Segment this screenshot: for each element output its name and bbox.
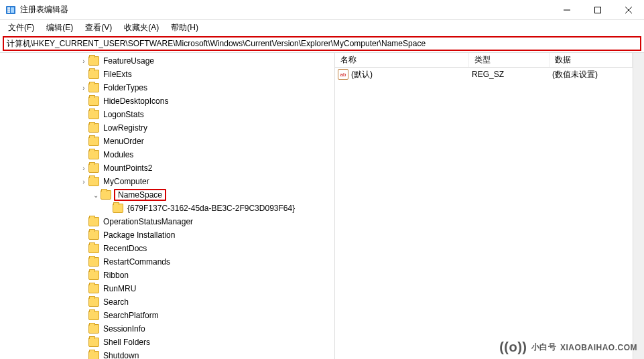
tree-node-restartcommands[interactable]: RestartCommands [0, 255, 334, 269]
tree-node-ribbon[interactable]: Ribbon [0, 269, 334, 282]
column-type[interactable]: 类型 [469, 53, 550, 67]
column-data[interactable]: 数据 [550, 53, 633, 67]
tree-node-lowregistry[interactable]: LowRegistry [0, 121, 334, 135]
folder-icon [88, 351, 99, 359]
menu-favorites[interactable]: 收藏夹(A) [119, 21, 164, 35]
tree-label: FolderTypes [102, 83, 149, 92]
tree-label: Package Installation [102, 230, 176, 240]
tree-label: RestartCommands [102, 257, 172, 267]
tree-pane[interactable]: ›FeatureUsageFileExts›FolderTypesHideDes… [0, 53, 335, 359]
tree-label: MyComputer [102, 177, 151, 186]
tree-node-packageinstallation[interactable]: Package Installation [0, 228, 334, 242]
menu-edit[interactable]: 编辑(E) [41, 21, 78, 35]
tree-node-foldertypes[interactable]: ›FolderTypes [0, 81, 334, 94]
menubar: 文件(F) 编辑(E) 查看(V) 收藏夹(A) 帮助(H) [0, 20, 644, 35]
tree-node-mountpoints2[interactable]: ›MountPoints2 [0, 161, 334, 175]
tree-label: OperationStatusManager [102, 217, 194, 226]
tree-label: FileExts [102, 70, 133, 79]
tree-label: Search [102, 297, 130, 307]
tree-node-runmru[interactable]: RunMRU [0, 282, 334, 295]
svg-rect-6 [595, 7, 601, 13]
tree-label: SearchPlatform [102, 311, 160, 320]
tree-node-fileexts[interactable]: FileExts [0, 68, 334, 81]
titlebar: 注册表编辑器 [0, 0, 644, 20]
folder-icon [88, 217, 99, 226]
maximize-button[interactable] [582, 0, 613, 20]
content-area: ›FeatureUsageFileExts›FolderTypesHideDes… [0, 52, 644, 359]
folder-icon [88, 271, 99, 280]
tree-label: SessionInfo [102, 324, 147, 334]
tree-label: LowRegistry [102, 123, 149, 133]
tree-node-hidedesktopicons[interactable]: HideDesktopIcons [0, 94, 334, 108]
value-data: (数值未设置) [552, 69, 633, 80]
folder-icon [88, 137, 99, 146]
folder-icon [88, 338, 99, 347]
folder-icon [88, 297, 99, 307]
minimize-button[interactable] [552, 0, 582, 20]
menu-file[interactable]: 文件(F) [3, 21, 40, 35]
folder-icon [88, 324, 99, 334]
tree-label: RunMRU [102, 284, 137, 293]
tree-node-shutdown[interactable]: Shutdown [0, 349, 334, 359]
folder-icon [88, 96, 99, 106]
tree-label: FeatureUsage [102, 56, 155, 66]
tree-label: Ribbon [102, 271, 130, 280]
expander-icon[interactable]: › [79, 165, 88, 172]
window-controls [552, 0, 644, 20]
folder-icon [88, 110, 99, 119]
value-type: REG_SZ [472, 70, 552, 79]
folder-icon [88, 244, 99, 253]
tree-node-sessioninfo[interactable]: SessionInfo [0, 322, 334, 336]
svg-rect-3 [7, 11, 10, 13]
folder-icon [88, 284, 99, 293]
tree-node-namespace[interactable]: ⌄NameSpace [0, 188, 334, 202]
folder-icon [88, 83, 99, 92]
folder-icon [88, 70, 99, 79]
tree-node-searchplatform[interactable]: SearchPlatform [0, 309, 334, 322]
address-bar[interactable]: 计算机\HKEY_CURRENT_USER\SOFTWARE\Microsoft… [3, 36, 641, 51]
window-title: 注册表编辑器 [20, 4, 552, 15]
tree-label: LogonStats [102, 110, 145, 119]
tree-node-679f137c316245dabe3c2f9c3d093f64[interactable]: {679F137C-3162-45da-BE3C-2F9C3D093F64} [0, 202, 334, 215]
tree-label: Modules [102, 150, 135, 159]
tree-node-shellfolders[interactable]: Shell Folders [0, 336, 334, 349]
vertical-scrollbar[interactable] [633, 53, 644, 359]
tree-label: NameSpace [114, 189, 166, 201]
tree-node-recentdocs[interactable]: RecentDocs [0, 242, 334, 255]
expander-icon[interactable]: ⌄ [91, 192, 101, 199]
svg-rect-2 [7, 9, 10, 11]
expander-icon[interactable]: › [79, 58, 88, 65]
svg-rect-4 [11, 7, 14, 13]
expander-icon[interactable]: › [79, 84, 88, 92]
tree-label: HideDesktopIcons [102, 96, 170, 106]
menu-view[interactable]: 查看(V) [80, 21, 117, 35]
menu-help[interactable]: 帮助(H) [166, 21, 204, 35]
string-value-icon: ab [338, 69, 348, 80]
list-header: 名称 类型 数据 [335, 53, 633, 68]
tree-node-logonstats[interactable]: LogonStats [0, 108, 334, 121]
tree-label: MountPoints2 [102, 163, 153, 173]
tree-node-modules[interactable]: Modules [0, 148, 334, 161]
tree-label: MenuOrder [102, 137, 145, 146]
folder-icon [88, 150, 99, 159]
tree-label: Shell Folders [102, 338, 151, 347]
folder-icon [88, 163, 99, 173]
list-row[interactable]: ab(默认)REG_SZ(数值未设置) [335, 68, 633, 81]
column-name[interactable]: 名称 [335, 53, 469, 67]
value-name: (默认) [351, 69, 373, 80]
tree-node-featureusage[interactable]: ›FeatureUsage [0, 54, 334, 68]
tree-node-operationstatusmanager[interactable]: OperationStatusManager [0, 215, 334, 228]
close-button[interactable] [613, 0, 644, 20]
tree-label: RecentDocs [102, 244, 148, 253]
regedit-icon [5, 5, 16, 15]
tree-node-mycomputer[interactable]: ›MyComputer [0, 175, 334, 188]
folder-icon [88, 56, 99, 66]
tree-label: Shutdown [102, 351, 140, 359]
tree-node-menuorder[interactable]: MenuOrder [0, 135, 334, 148]
expander-icon[interactable]: › [79, 178, 88, 186]
folder-icon [88, 257, 99, 267]
tree-node-search[interactable]: Search [0, 295, 334, 309]
folder-icon [88, 177, 99, 186]
folder-icon [88, 123, 99, 133]
folder-icon [88, 311, 99, 320]
